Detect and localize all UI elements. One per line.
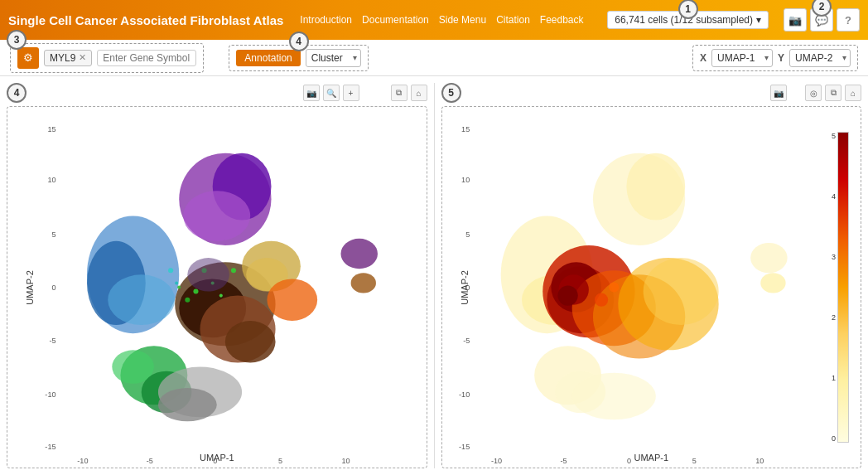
svg-text:-5: -5: [463, 337, 470, 345]
svg-point-38: [231, 268, 236, 273]
colorbar-label-1: 1: [832, 374, 836, 382]
svg-point-29: [351, 273, 376, 293]
gene-input[interactable]: [97, 50, 196, 66]
svg-point-41: [187, 258, 229, 291]
gene-tag: MYL9 ✕: [44, 50, 92, 66]
help-button[interactable]: ?: [837, 8, 860, 32]
colorbar: [837, 132, 849, 443]
cluster-select[interactable]: Cluster: [306, 49, 361, 67]
svg-point-72: [594, 293, 607, 307]
svg-text:5: 5: [51, 230, 55, 239]
svg-point-73: [609, 282, 619, 292]
toolbar: 3 ⚙ MYL9 ✕ 4 Annotation Cluster: [0, 40, 868, 76]
gene-label: MYL9: [50, 52, 75, 64]
main-area: 4 📷 🔍 + ⧉ ⌂ UMAP-2 UMAP-1 15 10 5 0 -5: [0, 76, 868, 475]
left-camera-btn[interactable]: 📷: [303, 85, 320, 101]
svg-point-35: [219, 294, 223, 298]
nav-citation[interactable]: Citation: [496, 14, 530, 26]
svg-text:5: 5: [278, 457, 282, 465]
y-axis-select-wrapper: UMAP-2: [789, 49, 851, 67]
svg-point-67: [750, 243, 788, 273]
svg-text:-15: -15: [459, 443, 470, 451]
svg-text:-10: -10: [459, 390, 470, 399]
svg-text:-15: -15: [45, 443, 55, 451]
nav-documentation[interactable]: Documentation: [362, 14, 429, 26]
cell-count-arrow: ▾: [756, 14, 761, 26]
gene-controls-group: ⚙ MYL9 ✕: [10, 43, 204, 73]
svg-point-26: [225, 321, 276, 363]
x-axis-select-wrapper: UMAP-1: [711, 49, 773, 67]
svg-point-68: [760, 273, 785, 293]
svg-point-39: [168, 268, 173, 273]
right-chart-area: UMAP-2 UMAP-1 5 4 3 2 1 0 15 10 5: [441, 106, 862, 468]
nav-introduction[interactable]: Introduction: [300, 14, 352, 26]
right-camera-btn[interactable]: 📷: [770, 85, 787, 101]
x-axis-label: X: [700, 52, 706, 64]
navbar-right: 1 66,741 cells (1/12 subsampled) ▾ 2 📷 💬…: [607, 8, 860, 32]
svg-point-66: [626, 153, 685, 221]
svg-point-31: [158, 388, 217, 421]
left-chart-area: UMAP-2 UMAP-1 15 10 5 0 -5 -10 -15 -10 -…: [7, 106, 427, 468]
svg-text:0: 0: [626, 457, 630, 465]
svg-text:0: 0: [465, 284, 470, 292]
svg-point-36: [185, 298, 190, 303]
left-home-btn[interactable]: ⌂: [411, 85, 427, 101]
svg-text:5: 5: [465, 230, 470, 239]
callout-1: 1: [678, 0, 698, 19]
svg-point-27: [267, 279, 317, 321]
right-lasso-btn[interactable]: ◎: [805, 85, 822, 101]
svg-point-64: [643, 258, 718, 325]
svg-point-28: [340, 239, 378, 269]
callout-3: 3: [7, 30, 27, 50]
svg-text:10: 10: [341, 457, 350, 465]
right-chart-toolbar: 5 📷 ◎ ⧉ ⌂: [441, 83, 862, 103]
callout-5: 5: [441, 83, 461, 103]
svg-point-34: [193, 289, 198, 294]
svg-text:-5: -5: [560, 457, 567, 465]
colorbar-label-5: 5: [832, 132, 836, 140]
nav-links: Introduction Documentation Side Menu Cit…: [300, 14, 583, 26]
svg-text:-10: -10: [491, 457, 502, 465]
right-umap-svg: 15 10 5 0 -5 -10 -15 -10 -5 0 5 10: [442, 107, 811, 468]
svg-text:10: 10: [755, 457, 764, 465]
svg-point-40: [175, 281, 178, 284]
left-copy-btn[interactable]: ⧉: [391, 85, 407, 101]
right-chart-panel: 5 📷 ◎ ⧉ ⌂ UMAP-2 UMAP-1 5 4 3 2 1 0: [435, 76, 869, 475]
colorbar-label-3: 3: [832, 253, 836, 261]
svg-point-71: [557, 285, 577, 305]
annotation-button[interactable]: Annotation: [236, 50, 300, 66]
nav-sidemenu[interactable]: Side Menu: [439, 14, 486, 26]
cluster-select-wrapper: Cluster: [306, 49, 361, 67]
svg-text:-10: -10: [77, 457, 88, 465]
left-chart-panel: 4 📷 🔍 + ⧉ ⌂ UMAP-2 UMAP-1 15 10 5 0 -5: [0, 76, 434, 475]
right-copy-btn[interactable]: ⧉: [825, 85, 841, 101]
axis-controls-group: X UMAP-1 Y UMAP-2: [692, 45, 858, 71]
svg-point-14: [108, 274, 175, 325]
right-home-btn[interactable]: ⌂: [845, 85, 861, 101]
svg-text:0: 0: [51, 284, 55, 292]
svg-text:-10: -10: [45, 390, 55, 399]
svg-point-22: [183, 191, 250, 241]
colorbar-labels: 5 4 3 2 1 0: [832, 132, 836, 443]
left-umap-svg: 15 10 5 0 -5 -10 -15 -10 -5 0 5 10: [7, 107, 427, 468]
gear-button[interactable]: ⚙: [17, 47, 39, 69]
svg-text:10: 10: [47, 176, 55, 184]
svg-text:0: 0: [213, 457, 217, 465]
colorbar-label-2: 2: [832, 313, 836, 322]
colorbar-label-0: 0: [832, 434, 836, 443]
svg-text:-5: -5: [49, 337, 55, 345]
svg-text:15: 15: [47, 125, 55, 133]
gene-tag-close[interactable]: ✕: [79, 52, 86, 63]
left-plus-btn[interactable]: +: [343, 85, 359, 101]
app-title: Single Cell Cancer Associated Fibroblast…: [8, 13, 283, 27]
svg-point-69: [571, 373, 655, 420]
svg-text:10: 10: [461, 176, 470, 184]
y-axis-label: Y: [778, 52, 784, 64]
x-axis-select[interactable]: UMAP-1: [711, 49, 773, 67]
left-zoom-btn[interactable]: 🔍: [323, 85, 340, 101]
svg-point-37: [177, 285, 181, 288]
svg-text:5: 5: [692, 457, 696, 465]
camera-button[interactable]: 📷: [784, 8, 807, 32]
y-axis-select[interactable]: UMAP-2: [789, 49, 851, 67]
nav-feedback[interactable]: Feedback: [540, 14, 584, 26]
